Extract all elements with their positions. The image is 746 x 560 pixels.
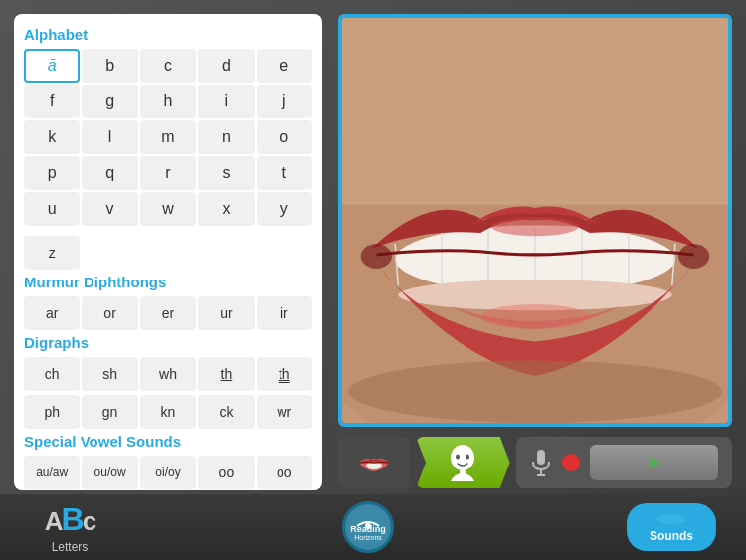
- alpha-cell-o[interactable]: o: [257, 120, 312, 154]
- alpha-cell-r[interactable]: r: [140, 156, 196, 190]
- svg-point-20: [466, 455, 469, 460]
- face-button[interactable]: [416, 437, 510, 488]
- alpha-cell-n[interactable]: n: [198, 120, 254, 154]
- vowel-oo1[interactable]: oo: [198, 456, 254, 489]
- alpha-cell-a[interactable]: ā: [24, 49, 80, 83]
- murmur-or[interactable]: or: [82, 296, 137, 330]
- svg-point-18: [451, 445, 474, 470]
- digraphs-row2: ph gn kn ck wr: [24, 395, 312, 429]
- svg-text:Horizons: Horizons: [354, 534, 382, 541]
- vowel-auaw[interactable]: au/aw: [24, 456, 80, 489]
- nav-letters[interactable]: ABc Letters: [30, 501, 109, 554]
- alpha-cell-m[interactable]: m: [140, 120, 196, 154]
- digraph-wr[interactable]: wr: [257, 395, 312, 429]
- alpha-cell-x[interactable]: x: [198, 192, 254, 226]
- special-vowel-grid: au/aw ou/ow oi/oy oo oo: [24, 456, 312, 489]
- reading-horizons-logo: Reading Horizons: [342, 501, 394, 553]
- alpha-cell-z[interactable]: z: [24, 236, 80, 270]
- controls-row: [338, 435, 732, 490]
- right-panel: [338, 14, 732, 490]
- svg-point-13: [491, 217, 579, 236]
- alpha-cell-k[interactable]: k: [24, 120, 80, 154]
- svg-rect-2: [342, 18, 728, 205]
- lips-visual: [342, 18, 728, 423]
- sounds-label: Sounds: [650, 529, 693, 543]
- play-button[interactable]: [590, 445, 718, 480]
- digraph-sh[interactable]: sh: [82, 357, 137, 391]
- alphabet-grid: ā b c d e f g h i j k l m n o p q r s t …: [24, 49, 312, 226]
- murmur-ur[interactable]: ur: [198, 296, 254, 330]
- murmur-er[interactable]: er: [140, 296, 196, 330]
- alphabet-section-title: Alphabet: [24, 26, 312, 43]
- letters-icon: ABc: [45, 501, 94, 538]
- video-frame: [338, 14, 732, 427]
- alpha-cell-i[interactable]: i: [198, 85, 254, 118]
- lips-button[interactable]: [338, 437, 410, 488]
- digraph-ck[interactable]: ck: [198, 395, 254, 429]
- digraph-th1[interactable]: th: [198, 357, 254, 391]
- bottom-nav: ABc Letters Reading Horizons Sounds: [0, 494, 746, 560]
- nav-logo[interactable]: Reading Horizons: [342, 501, 394, 553]
- svg-point-15: [678, 244, 709, 269]
- alpha-cell-u[interactable]: u: [24, 192, 80, 226]
- alpha-cell-b[interactable]: b: [82, 49, 137, 83]
- alpha-cell-l[interactable]: l: [82, 120, 137, 154]
- alpha-cell-d[interactable]: d: [198, 49, 254, 83]
- vowel-ouow[interactable]: ou/ow: [82, 456, 137, 489]
- svg-point-14: [361, 244, 392, 269]
- alphabet-z-row: z: [24, 236, 312, 270]
- svg-rect-22: [537, 450, 545, 465]
- alpha-cell-w[interactable]: w: [140, 192, 196, 226]
- alpha-cell-s[interactable]: s: [198, 156, 254, 190]
- digraph-th2[interactable]: th: [257, 357, 312, 391]
- murmur-section-title: Murmur Diphthongs: [24, 274, 312, 290]
- digraphs-row1: ch sh wh th th: [24, 357, 312, 391]
- alpha-cell-e[interactable]: e: [257, 49, 312, 83]
- svg-point-29: [365, 523, 371, 529]
- svg-point-19: [456, 455, 460, 460]
- digraph-ph[interactable]: ph: [24, 395, 80, 429]
- record-button[interactable]: [562, 454, 580, 471]
- svg-point-16: [348, 360, 722, 423]
- murmur-ar[interactable]: ar: [24, 296, 80, 330]
- nav-sounds[interactable]: Sounds: [627, 503, 716, 551]
- letters-label: Letters: [52, 540, 89, 554]
- left-panel: Alphabet ā b c d e f g h i j k l m n o p…: [14, 14, 322, 490]
- alpha-cell-c[interactable]: c: [140, 49, 196, 83]
- microphone-button[interactable]: [530, 448, 552, 477]
- digraph-kn[interactable]: kn: [140, 395, 196, 429]
- alpha-cell-h[interactable]: h: [140, 85, 196, 118]
- alpha-cell-y[interactable]: y: [257, 192, 312, 226]
- digraph-ch[interactable]: ch: [24, 357, 80, 391]
- svg-marker-25: [649, 456, 660, 469]
- record-controls: [516, 437, 732, 488]
- alpha-cell-t[interactable]: t: [257, 156, 312, 190]
- vowel-oo2[interactable]: oo: [257, 456, 312, 489]
- alpha-cell-f[interactable]: f: [24, 85, 80, 118]
- murmur-ir[interactable]: ir: [257, 296, 312, 330]
- svg-point-12: [480, 304, 590, 329]
- alpha-cell-q[interactable]: q: [82, 156, 137, 190]
- svg-point-31: [656, 514, 686, 524]
- alpha-cell-j[interactable]: j: [257, 85, 312, 118]
- murmur-grid: ar or er ur ir: [24, 296, 312, 330]
- sounds-button[interactable]: Sounds: [627, 503, 716, 551]
- digraph-gn[interactable]: gn: [82, 395, 137, 429]
- alpha-cell-g[interactable]: g: [82, 85, 137, 118]
- digraph-wh[interactable]: wh: [140, 357, 196, 391]
- digraphs-section-title: Digraphs: [24, 334, 312, 351]
- vowel-oioy[interactable]: oi/oy: [140, 456, 196, 489]
- alpha-cell-p[interactable]: p: [24, 156, 80, 190]
- alpha-cell-v[interactable]: v: [82, 192, 137, 226]
- special-vowel-title: Special Vowel Sounds: [24, 433, 312, 450]
